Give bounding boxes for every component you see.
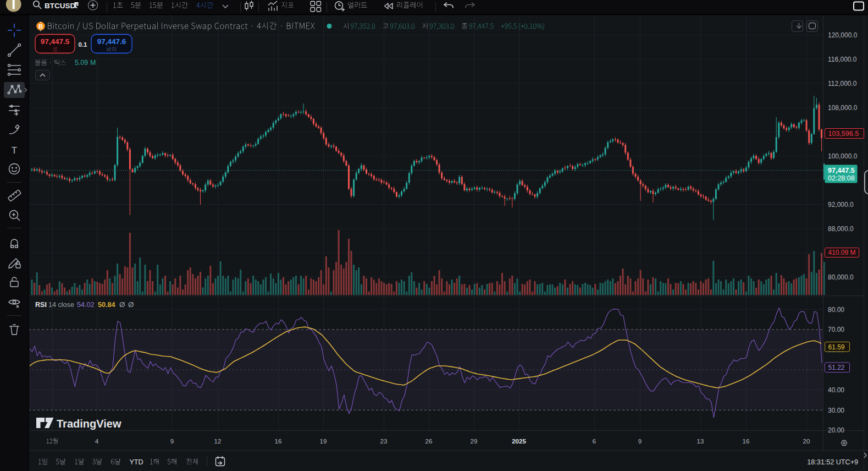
svg-text:97,447.5: 97,447.5 xyxy=(41,37,70,46)
svg-text:Ø: Ø xyxy=(119,300,125,309)
svg-text:YTD: YTD xyxy=(129,458,143,466)
svg-text:18:31:52 UTC+9: 18:31:52 UTC+9 xyxy=(807,458,858,466)
svg-text:02:28:08: 02:28:08 xyxy=(828,174,855,182)
svg-text:80,000.0: 80,000.0 xyxy=(828,273,854,281)
svg-text:120,000.0: 120,000.0 xyxy=(828,31,858,39)
svg-text:108,000.0: 108,000.0 xyxy=(828,104,858,112)
svg-text:50.84: 50.84 xyxy=(98,301,115,309)
svg-text:BTCUSD.: BTCUSD. xyxy=(45,2,78,10)
svg-text:T: T xyxy=(12,145,17,156)
svg-text:RSI: RSI xyxy=(35,301,47,309)
svg-text:80.00: 80.00 xyxy=(828,306,844,314)
svg-text:19: 19 xyxy=(320,438,327,445)
svg-text:13: 13 xyxy=(697,438,704,445)
svg-text:92,000.0: 92,000.0 xyxy=(828,201,854,209)
svg-text:410.09 M: 410.09 M xyxy=(828,249,856,256)
svg-text:54.02: 54.02 xyxy=(77,301,95,309)
svg-text:26: 26 xyxy=(425,438,433,445)
svg-text:70.00: 70.00 xyxy=(828,326,844,333)
svg-text:14 close: 14 close xyxy=(48,301,74,309)
svg-text:30.00: 30.00 xyxy=(828,407,844,414)
svg-text:9: 9 xyxy=(638,438,642,445)
svg-text:23: 23 xyxy=(380,438,388,445)
svg-text:0.1: 0.1 xyxy=(79,41,88,48)
svg-text:5.09: 5.09 xyxy=(75,59,88,67)
svg-text:97,447.6: 97,447.6 xyxy=(97,37,126,46)
svg-text:20.00: 20.00 xyxy=(828,426,844,434)
svg-text:40.00: 40.00 xyxy=(828,386,844,394)
svg-text:16: 16 xyxy=(743,438,750,445)
svg-text:Ø: Ø xyxy=(128,300,134,309)
svg-text:116,000.0: 116,000.0 xyxy=(828,56,857,63)
svg-text:112,000.0: 112,000.0 xyxy=(828,80,857,87)
svg-text:2025: 2025 xyxy=(512,438,526,445)
svg-text:4: 4 xyxy=(95,438,99,445)
svg-text:TradingView: TradingView xyxy=(57,418,121,430)
svg-text:100,000.0: 100,000.0 xyxy=(828,152,858,160)
svg-text:12: 12 xyxy=(214,438,222,445)
svg-text:16: 16 xyxy=(275,438,282,445)
svg-text:20: 20 xyxy=(803,438,810,445)
svg-text:61.59: 61.59 xyxy=(828,343,845,351)
svg-text:97,447.5: 97,447.5 xyxy=(828,167,855,174)
svg-text:103,596.5: 103,596.5 xyxy=(828,130,859,138)
svg-text:B: B xyxy=(38,23,43,30)
svg-text:6: 6 xyxy=(593,438,596,445)
svg-text:9: 9 xyxy=(170,438,174,445)
svg-text:M: M xyxy=(90,59,96,67)
svg-text:51.22: 51.22 xyxy=(828,364,845,371)
svg-text:29: 29 xyxy=(471,438,478,445)
svg-text:88,000.0: 88,000.0 xyxy=(828,225,854,233)
